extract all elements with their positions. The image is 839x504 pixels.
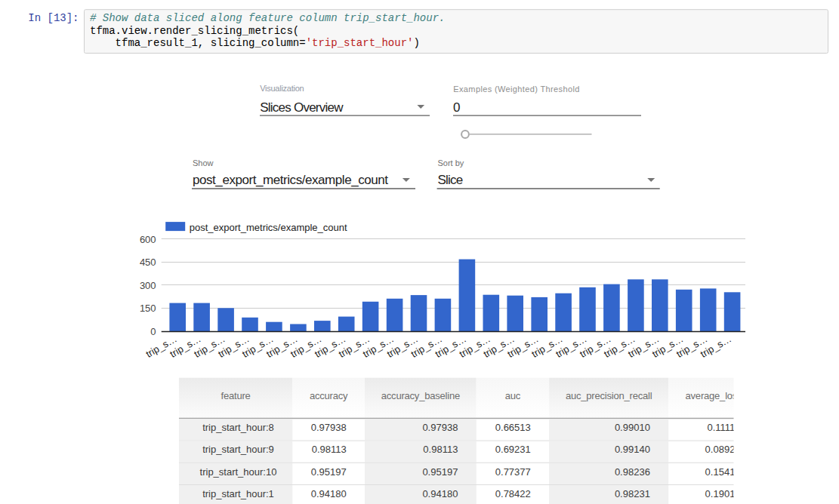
svg-text:In [13]:: In [13]: [28, 12, 79, 24]
svg-text:Show: Show [193, 158, 214, 167]
svg-text:0.69231: 0.69231 [495, 444, 531, 455]
svg-text:600: 600 [140, 234, 156, 245]
svg-text:0.77377: 0.77377 [495, 466, 531, 478]
svg-text:0: 0 [150, 326, 156, 337]
svg-text:0.78422: 0.78422 [495, 488, 531, 499]
svg-text:accuracy_baseline: accuracy_baseline [381, 390, 460, 401]
svg-text:Sort by: Sort by [438, 158, 464, 167]
svg-text:tfma.view.render_slicing_metri: tfma.view.render_slicing_metrics( [90, 25, 299, 37]
svg-text:Slice: Slice [438, 173, 463, 187]
svg-text:0.94180: 0.94180 [311, 488, 347, 499]
svg-text:0.98113: 0.98113 [423, 444, 458, 455]
svg-text:0.99140: 0.99140 [615, 444, 650, 455]
svg-text:feature: feature [221, 390, 251, 401]
svg-text:trip_start_hour:9: trip_start_hour:9 [202, 444, 274, 455]
svg-text:trip_start_hour:1: trip_start_hour:1 [202, 488, 274, 499]
svg-text:0.97938: 0.97938 [311, 422, 347, 433]
svg-text:300: 300 [140, 280, 156, 291]
svg-text:0.66513: 0.66513 [495, 422, 531, 433]
svg-text:post_export_metrics/example_co: post_export_metrics/example_count [193, 173, 388, 187]
svg-text:auc: auc [505, 390, 521, 401]
svg-text:0.98236: 0.98236 [615, 466, 650, 478]
svg-text:0.97938: 0.97938 [422, 422, 458, 433]
svg-text:tfma_result_1, slicing_column=: tfma_result_1, slicing_column='trip_star… [90, 37, 420, 49]
svg-text:0.95197: 0.95197 [311, 466, 347, 478]
svg-text:accuracy: accuracy [310, 390, 348, 401]
svg-text:Slices Overview: Slices Overview [260, 100, 344, 115]
svg-text:450: 450 [140, 257, 156, 268]
svg-text:150: 150 [140, 303, 156, 314]
svg-text:0.98231: 0.98231 [615, 488, 650, 499]
svg-text:0.94180: 0.94180 [422, 488, 458, 499]
svg-text:Examples (Weighted) Threshold: Examples (Weighted) Threshold [453, 85, 579, 94]
svg-text:trip_start_hour:8: trip_start_hour:8 [202, 422, 274, 433]
svg-text:# Show data sliced along featu: # Show data sliced along feature column … [90, 12, 445, 24]
svg-text:0.95197: 0.95197 [422, 466, 458, 478]
svg-text:auc_precision_recall: auc_precision_recall [566, 390, 652, 401]
svg-text:trip_start_hour:10: trip_start_hour:10 [200, 466, 277, 478]
svg-text:Visualization: Visualization [260, 84, 304, 93]
svg-text:0.99010: 0.99010 [615, 422, 650, 433]
svg-text:0: 0 [453, 100, 460, 115]
svg-text:post_export_metrics/example_co: post_export_metrics/example_count [190, 222, 347, 233]
svg-text:0.98113: 0.98113 [312, 444, 347, 455]
